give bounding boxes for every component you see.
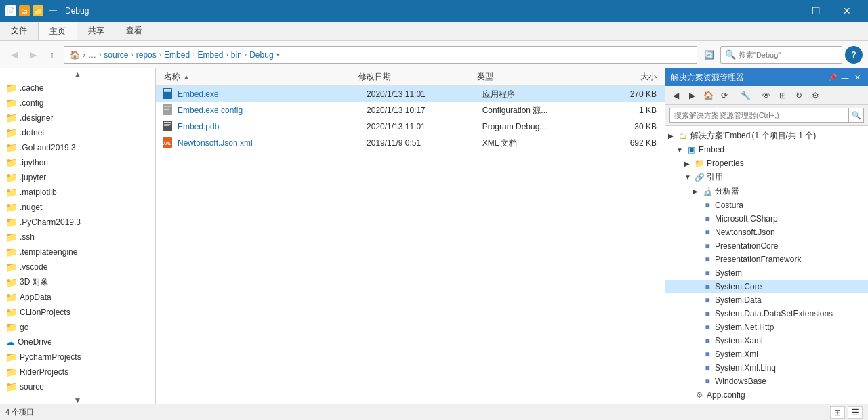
up-button[interactable]: ↑: [43, 46, 61, 64]
refresh-button[interactable]: 🔄: [700, 46, 718, 64]
tab-file[interactable]: 文件: [0, 22, 38, 40]
se-ref-icon: ■: [702, 227, 713, 238]
col-header-type[interactable]: 类型: [474, 68, 593, 85]
file-row-embed-config[interactable]: Embed.exe.config 2020/1/13 10:17 Configu…: [156, 102, 665, 119]
search-input[interactable]: [739, 51, 838, 59]
sidebar-item-3d[interactable]: 📁 3D 对象: [0, 274, 155, 290]
sidebar-item-template[interactable]: 📁 .templateengine: [0, 245, 155, 259]
se-ref-system-xml-linq[interactable]: ■ System.Xml.Linq: [665, 361, 868, 375]
se-ref-system-data[interactable]: ■ System.Data: [665, 293, 868, 307]
col-header-date[interactable]: 修改日期: [356, 68, 474, 85]
sidebar-item-appdata[interactable]: 📁 AppData: [0, 290, 155, 305]
sidebar-scroll-up[interactable]: ▲: [0, 68, 155, 81]
sidebar-item-rider[interactable]: 📁 RiderProjects: [0, 364, 155, 379]
se-embed-project[interactable]: ▼ ▣ Embed: [665, 143, 868, 156]
sidebar-item-goland[interactable]: 📁 .GoLand2019.3: [0, 140, 155, 155]
se-expand-icon: ▼: [676, 146, 686, 154]
sidebar-item-pycharm-projects[interactable]: 📁 PycharmProjects: [0, 350, 155, 364]
sidebar-item-pycharm[interactable]: 📁 .PyCharm2019.3: [0, 215, 155, 230]
col-header-size[interactable]: 大小: [594, 68, 659, 85]
sidebar-item-designer[interactable]: 📁 .designer: [0, 110, 155, 125]
se-ref-windows-base[interactable]: ■ WindowsBase: [665, 375, 868, 388]
folder-icon: 📁: [5, 322, 17, 333]
addr-part-embed1[interactable]: Embed: [164, 50, 190, 60]
se-search-button[interactable]: 🔍: [849, 108, 864, 123]
maximize-button[interactable]: ☐: [800, 0, 831, 22]
se-ref-costura[interactable]: ■ Costura: [665, 198, 868, 212]
sidebar-scroll-down[interactable]: ▼: [0, 394, 155, 404]
se-ref-system-data-ext[interactable]: ■ System.Data.DataSetExtensions: [665, 307, 868, 320]
se-home-button[interactable]: 🏠: [701, 88, 716, 103]
sidebar-item-nuget[interactable]: 📁 .nuget: [0, 200, 155, 215]
se-controls: 📌 — ✕: [827, 72, 863, 83]
file-row-json-xml[interactable]: XML Newtonsoft.Json.xml 2019/11/9 0:51 X…: [156, 135, 665, 151]
se-close-button[interactable]: ✕: [852, 72, 863, 83]
se-preview-button[interactable]: 👁: [759, 88, 774, 103]
view-grid-button[interactable]: ⊞: [830, 406, 845, 419]
se-properties-button[interactable]: 🔧: [738, 88, 753, 103]
file-row-embed-pdb[interactable]: Embed.pdb 2020/1/13 11:01 Program Debug.…: [156, 119, 665, 135]
tab-home[interactable]: 主页: [38, 21, 77, 40]
se-ref-system-net-http[interactable]: ■ System.Net.Http: [665, 320, 868, 334]
sidebar-item-onedrive[interactable]: ☁ OneDrive: [0, 335, 155, 350]
se-config-button[interactable]: ⚙: [808, 88, 823, 103]
tab-view[interactable]: 查看: [115, 22, 153, 40]
se-ref-newtonsoft[interactable]: ■ Newtonsoft.Json: [665, 226, 868, 239]
addr-part-debug[interactable]: Debug: [249, 50, 273, 60]
solution-explorer: 解决方案资源管理器 📌 — ✕ ◀ ▶ 🏠 ⟳ 🔧 👁 ⊞ ↻ ⚙ 🔍: [665, 68, 868, 404]
se-min-button[interactable]: —: [840, 72, 850, 83]
se-sync-button[interactable]: ⟳: [717, 88, 732, 103]
address-field[interactable]: 🏠 › … › source › repos › Embed › Embed ›…: [64, 46, 697, 64]
sidebar-item-ipython[interactable]: 📁 .ipython: [0, 155, 155, 170]
sidebar-item-ssh[interactable]: 📁 .ssh: [0, 230, 155, 245]
addr-part-embed2[interactable]: Embed: [197, 50, 223, 60]
se-pin-button[interactable]: 📌: [827, 72, 838, 83]
minimize-button[interactable]: —: [769, 0, 800, 22]
addr-part-repos[interactable]: repos: [136, 50, 157, 60]
se-ref-system-core[interactable]: ■ System.Core: [665, 280, 868, 293]
help-button[interactable]: ?: [845, 46, 863, 64]
file-table-header: 名称 ▲ 修改日期 类型 大小: [156, 68, 665, 86]
se-ref-system[interactable]: ■ System: [665, 266, 868, 280]
se-filter-button[interactable]: ⊞: [775, 88, 790, 103]
sidebar-item-cache[interactable]: 📁 .cache: [0, 81, 155, 96]
se-ref-system-xml[interactable]: ■ System.Xml: [665, 348, 868, 361]
se-analyzer[interactable]: ▶ 🔬 分析器: [665, 184, 868, 198]
sidebar-item-go[interactable]: 📁 go: [0, 320, 155, 335]
sidebar-item-config[interactable]: 📁 .config: [0, 96, 155, 110]
sidebar-item-source[interactable]: 📁 source: [0, 379, 155, 394]
forward-button[interactable]: ▶: [24, 46, 42, 64]
se-refs-folder[interactable]: ▼ 🔗 引用: [665, 170, 868, 184]
se-ref-system-xaml[interactable]: ■ System.Xaml: [665, 334, 868, 348]
main-content: ▲ 📁 .cache 📁 .config 📁 .designer 📁 .dotn…: [0, 68, 868, 404]
se-app-config[interactable]: ⚙ App.config: [665, 388, 868, 402]
sidebar-item-dotnet[interactable]: 📁 .dotnet: [0, 125, 155, 140]
back-button[interactable]: ◀: [5, 46, 23, 64]
addr-part-source[interactable]: source: [104, 50, 128, 60]
sidebar-item-matplotlib[interactable]: 📁 .matplotlib: [0, 185, 155, 200]
addr-part-bin[interactable]: bin: [231, 50, 242, 60]
se-back-button[interactable]: ◀: [668, 88, 683, 103]
file-row-embed-exe[interactable]: Embed.exe 2020/1/13 11:01 应用程序 270 KB: [156, 86, 665, 102]
folder-icon: 📁: [5, 127, 17, 138]
se-solution-root[interactable]: ▶ 🗂 解决方案'Embed'(1 个项目/共 1 个): [665, 129, 868, 143]
folder-icon: 📁: [5, 232, 17, 243]
app-icon-1: 📄: [5, 5, 16, 16]
view-list-button[interactable]: ☰: [848, 406, 863, 419]
se-refresh-button[interactable]: ↻: [791, 88, 806, 103]
se-solution-icon: 🗂: [678, 131, 688, 142]
close-button[interactable]: ✕: [831, 0, 863, 22]
sidebar-item-jupyter[interactable]: 📁 .jupyter: [0, 170, 155, 185]
col-header-name[interactable]: 名称 ▲: [161, 68, 356, 85]
tab-share[interactable]: 共享: [77, 22, 115, 40]
se-forward-button[interactable]: ▶: [684, 88, 699, 103]
se-ref-presentation-core[interactable]: ■ PresentationCore: [665, 239, 868, 253]
addr-part-1[interactable]: …: [88, 50, 96, 60]
sidebar-item-vscode[interactable]: 📁 .vscode: [0, 259, 155, 274]
se-search-input[interactable]: [669, 108, 849, 123]
file-size-embed-config: 1 KB: [595, 104, 659, 117]
se-properties[interactable]: ▶ 📁 Properties: [665, 156, 868, 170]
se-ref-presentation-fw[interactable]: ■ PresentationFramework: [665, 253, 868, 266]
se-ref-ms-csharp[interactable]: ■ Microsoft.CSharp: [665, 212, 868, 226]
sidebar-item-clion[interactable]: 📁 CLionProjects: [0, 305, 155, 320]
